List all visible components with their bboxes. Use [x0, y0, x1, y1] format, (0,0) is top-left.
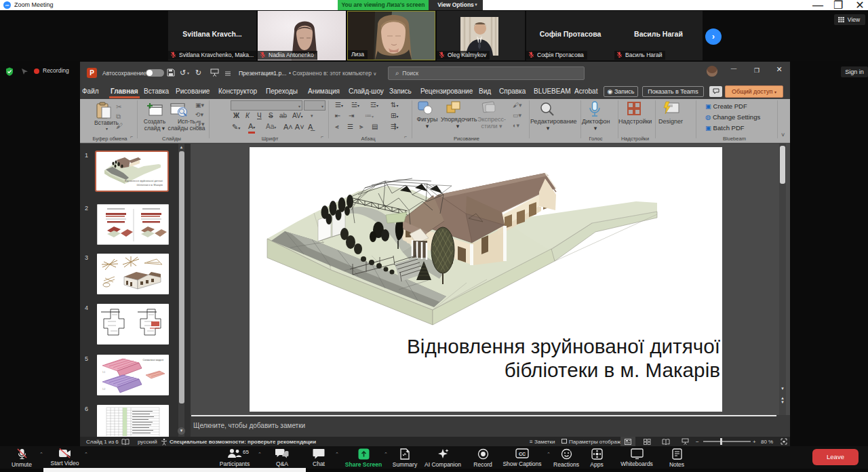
svg-text:1.1: 1.1 — [102, 371, 106, 374]
svg-text:Схематичні моделі: Схематичні моделі — [143, 359, 164, 361]
svg-text:бібліотеки в м. Макарів: бібліотеки в м. Макарів — [136, 184, 163, 186]
svg-text:бібліотеки в м. Макарів: бібліотеки в м. Макарів — [505, 359, 720, 381]
svg-text:CC: CC — [519, 452, 526, 456]
svg-text:Відновлення зруйнованої дитячо: Відновлення зруйнованої дитячої — [125, 180, 163, 182]
svg-text:Відновлення зруйнованої дитячо: Відновлення зруйнованої дитячої — [407, 335, 720, 357]
svg-text:1.2: 1.2 — [102, 388, 106, 391]
